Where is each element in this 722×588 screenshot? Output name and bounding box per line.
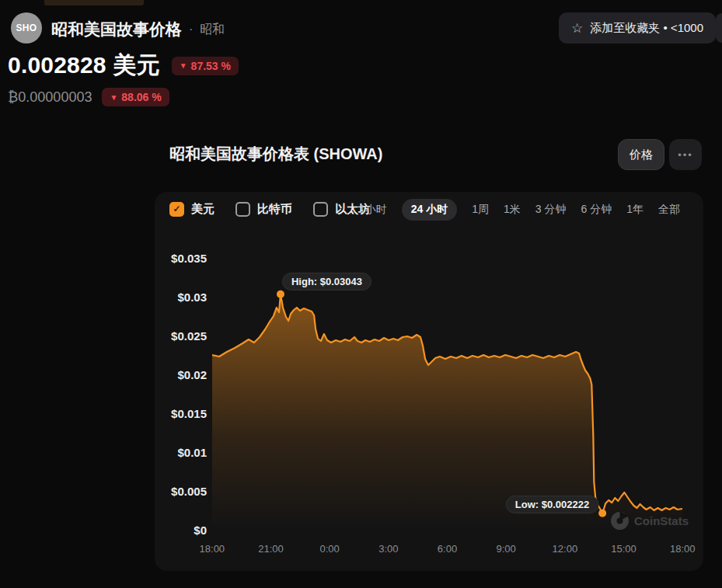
checkbox-checked-icon[interactable]: ✓ bbox=[169, 202, 184, 217]
chart-title: 昭和美国故事价格表 (SHOWA) bbox=[169, 144, 382, 165]
y-axis-tick: $0 bbox=[194, 523, 207, 538]
coin-title-row: 昭和美国故事价格 · 昭和 bbox=[51, 19, 225, 40]
partial-top-tag bbox=[44, 0, 144, 5]
price-change-value: 87.53 % bbox=[191, 60, 231, 72]
low-point-dot bbox=[598, 510, 606, 517]
title-separator: · bbox=[189, 23, 193, 37]
range-option-4[interactable]: 3 分钟 bbox=[535, 203, 567, 217]
checkbox-unchecked-icon[interactable] bbox=[313, 202, 328, 217]
coin-subtitle: 昭和 bbox=[200, 22, 225, 38]
coin-avatar: SHO bbox=[11, 12, 42, 43]
y-axis: $0.035$0.03$0.025$0.02$0.015$0.01$0.005$… bbox=[145, 251, 207, 538]
high-price-label: High: $0.03043 bbox=[282, 273, 371, 291]
btc-change-value: 88.06 % bbox=[121, 91, 161, 103]
x-axis-tick: 18:00 bbox=[183, 543, 242, 555]
down-triangle-icon: ▼ bbox=[180, 61, 187, 70]
clipped-edge-button[interactable] bbox=[716, 13, 722, 43]
currency-toggle-0[interactable]: ✓美元 bbox=[169, 202, 215, 217]
coinstats-logo-icon bbox=[611, 512, 629, 530]
favorites-label: 添加至收藏夹 • <1000 bbox=[590, 21, 703, 36]
page-title: 昭和美国故事价格 bbox=[51, 19, 182, 40]
range-option-1[interactable]: 24 小时 bbox=[402, 199, 457, 221]
x-axis-tick: 12:00 bbox=[535, 543, 595, 555]
watermark-text: CoinStats bbox=[634, 514, 689, 527]
currency-label: 比特币 bbox=[257, 202, 292, 217]
time-range-selector: 1小时24 小时1周1米3 分钟6 分钟1年全部 bbox=[359, 200, 680, 220]
checkbox-unchecked-icon[interactable] bbox=[235, 202, 250, 217]
range-option-3[interactable]: 1米 bbox=[504, 203, 521, 217]
btc-price-row: ₿0.00000003 ▼ 88.06 % bbox=[8, 88, 169, 106]
y-axis-tick: $0.005 bbox=[171, 484, 207, 499]
currency-toggle-1[interactable]: 比特币 bbox=[235, 202, 292, 217]
high-point-dot bbox=[277, 291, 284, 298]
range-option-2[interactable]: 1周 bbox=[472, 203, 489, 217]
range-option-6[interactable]: 1年 bbox=[626, 203, 644, 217]
y-axis-tick: $0.025 bbox=[171, 329, 207, 344]
x-axis-tick: 21:00 bbox=[242, 543, 301, 555]
x-axis-tick: 15:00 bbox=[595, 543, 654, 555]
down-triangle-icon: ▼ bbox=[110, 93, 117, 102]
current-price: 0.002828 美元 bbox=[8, 50, 160, 82]
price-tab-button[interactable]: 价格 bbox=[618, 139, 664, 170]
x-axis-tick: 0:00 bbox=[300, 543, 359, 555]
price-change-badge: ▼ 87.53 % bbox=[172, 57, 239, 75]
range-option-7[interactable]: 全部 bbox=[658, 203, 680, 217]
range-option-5[interactable]: 6 分钟 bbox=[581, 203, 612, 217]
x-axis-tick: 18:00 bbox=[653, 543, 712, 555]
btc-price: ₿0.00000003 bbox=[8, 89, 92, 106]
x-axis: 18:0021:000:003:006:009:0012:0015:0018:0… bbox=[183, 543, 712, 555]
y-axis-tick: $0.02 bbox=[177, 367, 207, 383]
x-axis-tick: 9:00 bbox=[476, 543, 535, 555]
y-axis-tick: $0.015 bbox=[171, 406, 207, 422]
chart-area-fill bbox=[212, 294, 682, 531]
y-axis-tick: $0.035 bbox=[171, 251, 207, 266]
currency-label: 美元 bbox=[191, 202, 215, 217]
y-axis-tick: $0.01 bbox=[177, 445, 207, 461]
x-axis-tick: 6:00 bbox=[418, 543, 477, 555]
y-axis-tick: $0.03 bbox=[177, 290, 207, 305]
btc-change-badge: ▼ 88.06 % bbox=[102, 88, 169, 106]
add-to-favorites-button[interactable]: ☆ 添加至收藏夹 • <1000 bbox=[559, 12, 716, 43]
range-option-0[interactable]: 1小时 bbox=[359, 203, 387, 217]
price-row: 0.002828 美元 ▼ 87.53 % bbox=[8, 50, 239, 82]
price-chart[interactable] bbox=[212, 259, 682, 531]
low-price-label: Low: $0.002222 bbox=[506, 496, 598, 513]
coinstats-watermark: CoinStats bbox=[611, 512, 689, 530]
currency-toggles: ✓美元比特币以太坊 bbox=[169, 200, 370, 218]
x-axis-tick: 3:00 bbox=[359, 543, 418, 555]
more-options-button[interactable]: ••• bbox=[669, 139, 702, 170]
star-icon: ☆ bbox=[571, 20, 583, 37]
